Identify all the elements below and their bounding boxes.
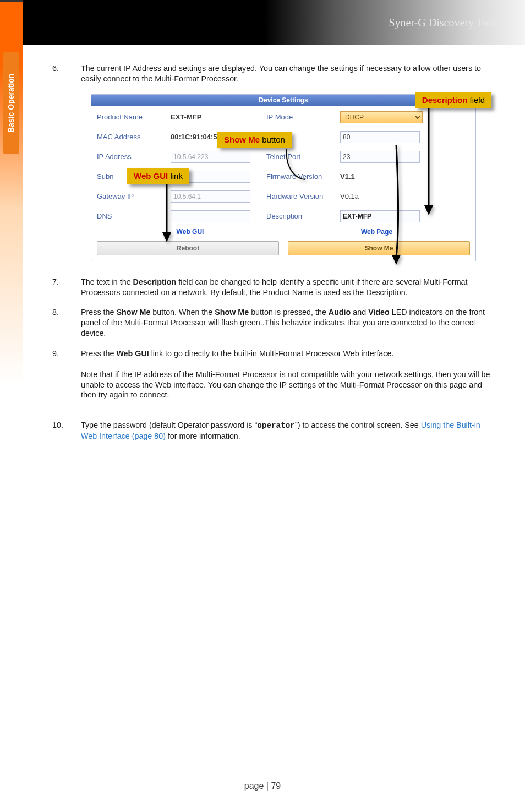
t: for more information. <box>166 432 240 440</box>
step-number: 9. <box>52 348 69 400</box>
t: The text in the <box>81 277 133 286</box>
value-product-name: EXT-MFP <box>171 113 253 121</box>
b: Audio <box>329 308 351 317</box>
t: Type the password (default Operator pass… <box>81 421 257 429</box>
step-6: 6. The current IP Address and settings a… <box>52 63 492 84</box>
header-bar: Syner-G Discovery Tool <box>23 0 525 45</box>
t: ”) to access the control screen. See <box>295 421 421 429</box>
spacer <box>52 410 492 420</box>
arrow-show-me-curve <box>283 146 349 186</box>
t: Note that if the IP address of the Multi… <box>81 370 490 400</box>
show-me-button[interactable]: Show Me <box>288 241 470 255</box>
svg-marker-1 <box>162 232 171 242</box>
b: Show Me <box>116 308 150 317</box>
svg-marker-4 <box>424 205 433 215</box>
t: button. When the <box>150 308 215 317</box>
t: link to go directly to the built-in Mult… <box>149 349 394 358</box>
link-web-gui[interactable]: Web GUI <box>97 228 283 236</box>
value-firmware-version: V1.1 <box>340 172 423 181</box>
page-footer: page | 79 <box>0 781 525 791</box>
step-9: 9. Press the Web GUI link to go directly… <box>52 348 492 400</box>
callout-web-gui-suffix: link <box>168 171 183 181</box>
callout-web-gui: Web GUI link <box>127 168 189 184</box>
step-number: 7. <box>52 277 69 298</box>
t: button is pressed, the <box>249 308 329 317</box>
b: Video <box>368 308 390 317</box>
section-tab: Basic Operation <box>3 52 19 154</box>
step-10: 10. Type the password (default Operator … <box>52 420 492 442</box>
arrow-web-gui <box>156 182 178 243</box>
svg-marker-2 <box>392 255 401 265</box>
t: and <box>351 308 368 317</box>
arrow-description <box>418 106 440 216</box>
page-content: 6. The current IP Address and settings a… <box>52 63 492 451</box>
link-row: Web GUI Web Page <box>97 228 470 236</box>
step-number: 6. <box>52 63 69 84</box>
input-gateway-ip[interactable] <box>171 190 250 203</box>
arrow-show-me <box>385 145 407 266</box>
step-8: 8. Press the Show Me button. When the Sh… <box>52 307 492 339</box>
b: Description <box>133 277 177 286</box>
instruction-list-2: 7. The text in the Description field can… <box>52 277 492 401</box>
code: operator <box>257 421 295 430</box>
step-7: 7. The text in the Description field can… <box>52 277 492 298</box>
step-number: 10. <box>52 420 69 442</box>
value-hardware-version: V0.1a <box>340 192 423 200</box>
label-ip-address: IP Address <box>97 152 157 161</box>
callout-show-me: Show Me button <box>217 132 292 148</box>
step-text: Type the password (default Operator pass… <box>81 420 492 442</box>
callout-description: Description field <box>415 92 491 108</box>
t: Press the <box>81 308 116 317</box>
header-title: Syner-G Discovery Tool <box>389 17 496 29</box>
label-product-name: Product Name <box>97 113 157 121</box>
input-ip-address[interactable] <box>171 151 250 163</box>
callout-show-me-bold: Show Me <box>224 135 260 144</box>
label-ip-mode: IP Mode <box>266 113 327 121</box>
input-telnet-port[interactable] <box>340 151 420 163</box>
step-number: 8. <box>52 307 69 339</box>
step-text: Press the Show Me button. When the Show … <box>81 307 492 339</box>
figure-device-settings: Device Settings Product Name EXT-MFP IP … <box>91 94 476 261</box>
step-text: The current IP Address and settings are … <box>81 63 492 84</box>
label-mac-address: MAC Address <box>97 133 157 141</box>
label-description: Description <box>266 212 327 220</box>
b: Web GUI <box>116 349 149 358</box>
label-gateway-ip: Gateway IP <box>97 192 157 200</box>
instruction-list: 6. The current IP Address and settings a… <box>52 63 492 84</box>
callout-description-suffix: field <box>467 95 485 105</box>
t: Press the <box>81 349 116 358</box>
select-ip-mode[interactable]: DHCP <box>340 111 423 123</box>
input-http-port[interactable] <box>340 131 420 143</box>
b: Show Me <box>215 308 249 317</box>
input-description[interactable] <box>340 210 420 222</box>
step-text: The text in the Description field can be… <box>81 277 492 298</box>
left-rail: Basic Operation <box>0 0 23 812</box>
step-text: Press the Web GUI link to go directly to… <box>81 348 492 400</box>
link-web-page[interactable]: Web Page <box>283 228 470 236</box>
callout-show-me-suffix: button <box>260 135 285 144</box>
label-dns: DNS <box>97 212 157 220</box>
button-row: Reboot Show Me <box>97 241 470 255</box>
instruction-list-3: 10. Type the password (default Operator … <box>52 420 492 442</box>
reboot-button[interactable]: Reboot <box>97 241 279 255</box>
callout-description-bold: Description <box>422 95 468 105</box>
input-dns[interactable] <box>171 210 250 222</box>
callout-web-gui-bold: Web GUI <box>134 171 168 181</box>
label-hardware-version: Hardware Version <box>266 192 327 200</box>
